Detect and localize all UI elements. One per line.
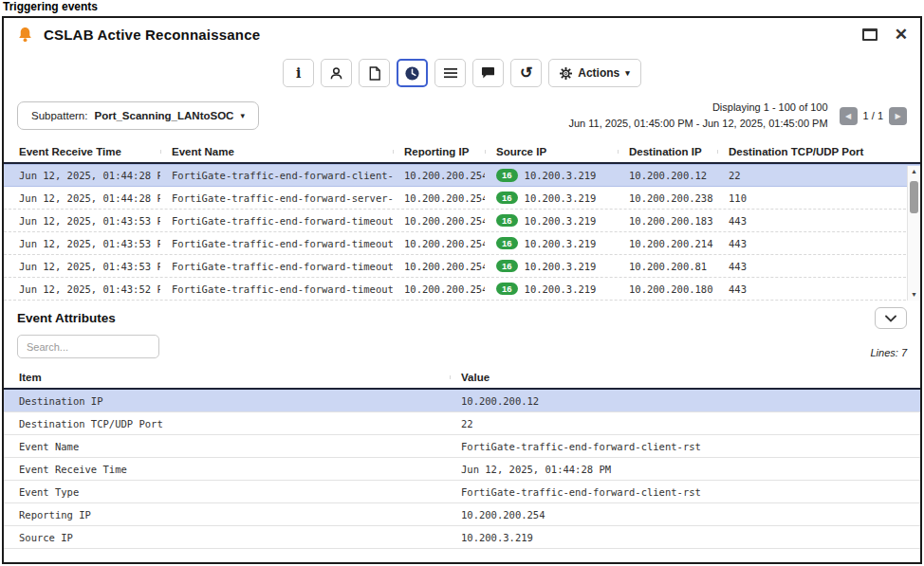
event-time: Jun 12, 2025, 01:43:53 PM bbox=[4, 238, 160, 249]
count-badge[interactable]: 16 bbox=[496, 237, 518, 249]
list-icon[interactable] bbox=[434, 59, 466, 87]
scrollbar-thumb[interactable] bbox=[910, 181, 918, 213]
page-title: Triggering events bbox=[3, 0, 98, 13]
event-row[interactable]: Jun 12, 2025, 01:44:28 PM FortiGate-traf… bbox=[4, 164, 920, 187]
column-header[interactable]: Event Receive Time bbox=[4, 146, 160, 157]
attribute-value: FortiGate-traffic-end-forward-client-rst bbox=[450, 486, 920, 498]
count-badge[interactable]: 16 bbox=[496, 192, 518, 204]
attributes-table: Item Value Destination IP 10.200.200.12 … bbox=[4, 366, 920, 549]
chat-icon[interactable] bbox=[472, 59, 504, 87]
attribute-row[interactable]: Event Receive Time Jun 12, 2025, 01:44:2… bbox=[4, 458, 920, 481]
source-ip: 10.200.3.219 bbox=[525, 215, 597, 227]
scroll-down-icon[interactable]: ▼ bbox=[911, 289, 917, 301]
event-row[interactable]: Jun 12, 2025, 01:43:53 PM FortiGate-traf… bbox=[4, 210, 920, 232]
source-ip: 10.200.3.219 bbox=[525, 238, 597, 249]
attribute-row[interactable]: Source IP 10.200.3.219 bbox=[4, 526, 920, 549]
attribute-row[interactable]: Event Name FortiGate-traffic-end-forward… bbox=[4, 435, 920, 458]
alert-bell-icon bbox=[16, 26, 34, 44]
attribute-item: Reporting IP bbox=[4, 509, 450, 520]
destination-port: 110 bbox=[717, 192, 906, 204]
event-row[interactable]: Jun 12, 2025, 01:44:28 PM FortiGate-traf… bbox=[4, 187, 920, 210]
destination-ip: 10.200.200.214 bbox=[618, 238, 717, 249]
actions-label: Actions bbox=[578, 66, 619, 80]
event-row[interactable]: Jun 12, 2025, 01:43:52 PM FortiGate-traf… bbox=[4, 278, 920, 301]
event-name: FortiGate-traffic-end-forward-client-rst bbox=[160, 170, 393, 181]
column-header[interactable]: Item bbox=[4, 372, 450, 383]
destination-ip: 10.200.200.180 bbox=[618, 283, 717, 295]
reporting-ip: 10.200.200.254 bbox=[393, 238, 485, 249]
column-header[interactable]: Destination IP bbox=[618, 146, 717, 157]
chevron-down-icon: ▾ bbox=[625, 68, 630, 78]
attribute-value: FortiGate-traffic-end-forward-client-rst bbox=[450, 441, 920, 452]
count-badge[interactable]: 16 bbox=[496, 260, 518, 272]
event-row[interactable]: Jun 12, 2025, 01:43:53 PM FortiGate-traf… bbox=[4, 232, 920, 255]
source-ip-cell: 1610.200.3.219 bbox=[485, 169, 618, 181]
window-titlebar: CSLAB Active Reconnaissance ✕ bbox=[4, 18, 920, 50]
subpattern-value: Port_Scanning_LANtoSOC bbox=[94, 110, 233, 121]
reporting-ip: 10.200.200.254 bbox=[393, 170, 485, 181]
source-ip: 10.200.3.219 bbox=[525, 261, 597, 272]
event-time: Jun 12, 2025, 01:43:52 PM bbox=[4, 283, 160, 295]
attribute-value: Jun 12, 2025, 01:44:28 PM bbox=[450, 464, 920, 475]
window-title: CSLAB Active Reconnaissance bbox=[44, 27, 260, 43]
column-header[interactable]: Event Name bbox=[160, 146, 393, 157]
attributes-header: Event Attributes bbox=[4, 301, 920, 331]
lines-count: Lines: 7 bbox=[870, 347, 907, 358]
search-input[interactable] bbox=[17, 335, 159, 358]
attribute-row[interactable]: Event Type FortiGate-traffic-end-forward… bbox=[4, 481, 920, 503]
reporting-ip: 10.200.200.254 bbox=[393, 261, 485, 272]
attribute-row[interactable]: Destination TCP/UDP Port 22 bbox=[4, 412, 920, 435]
attribute-item: Event Name bbox=[4, 441, 450, 452]
destination-ip: 10.200.200.12 bbox=[618, 170, 717, 181]
source-ip-cell: 1610.200.3.219 bbox=[485, 192, 618, 204]
column-header[interactable]: Value bbox=[450, 372, 920, 383]
attributes-table-header: Item Value bbox=[4, 366, 920, 390]
source-ip: 10.200.3.219 bbox=[525, 283, 597, 295]
filter-row: Subpattern: Port_Scanning_LANtoSOC ▾ Dis… bbox=[4, 92, 920, 140]
prev-page-button[interactable]: ◀ bbox=[840, 107, 858, 125]
clock-icon[interactable] bbox=[397, 59, 428, 87]
column-header[interactable]: Reporting IP bbox=[393, 146, 485, 157]
attribute-row[interactable]: Destination IP 10.200.200.12 bbox=[4, 390, 920, 412]
page-indicator: 1 / 1 bbox=[863, 110, 883, 121]
close-icon[interactable]: ✕ bbox=[895, 27, 908, 43]
document-icon[interactable] bbox=[359, 59, 390, 87]
gear-icon bbox=[560, 67, 572, 80]
events-scrollbar[interactable]: ▲ ▼ bbox=[907, 166, 920, 301]
event-name: FortiGate-traffic-end-forward-timeout bbox=[160, 261, 393, 272]
info-icon[interactable]: i bbox=[283, 59, 314, 87]
history-icon[interactable]: ↺ bbox=[510, 59, 542, 87]
destination-port: 443 bbox=[717, 215, 906, 227]
collapse-button[interactable] bbox=[875, 307, 907, 329]
attribute-row[interactable]: Reporting IP 10.200.200.254 bbox=[4, 503, 920, 526]
event-row[interactable]: Jun 12, 2025, 01:43:53 PM FortiGate-traf… bbox=[4, 255, 920, 278]
destination-port: 443 bbox=[717, 283, 906, 295]
count-badge[interactable]: 16 bbox=[496, 283, 518, 295]
destination-ip: 10.200.200.183 bbox=[618, 215, 717, 227]
count-badge[interactable]: 16 bbox=[496, 214, 518, 227]
reporting-ip: 10.200.200.254 bbox=[393, 192, 485, 204]
count-badge[interactable]: 16 bbox=[496, 169, 518, 181]
event-details-window: CSLAB Active Reconnaissance ✕ i ↺ bbox=[2, 16, 922, 564]
scroll-up-icon[interactable]: ▲ bbox=[911, 166, 917, 177]
column-header[interactable]: Source IP bbox=[485, 146, 618, 157]
user-icon[interactable] bbox=[321, 59, 352, 87]
source-ip: 10.200.3.219 bbox=[525, 170, 597, 181]
next-page-button[interactable]: ▶ bbox=[889, 107, 907, 125]
reporting-ip: 10.200.200.254 bbox=[393, 215, 485, 227]
result-meta: Displaying 1 - 100 of 100 Jun 11, 2025, … bbox=[568, 100, 827, 132]
attributes-title: Event Attributes bbox=[17, 311, 116, 325]
event-toolbar: i ↺ Actions ▾ bbox=[4, 50, 920, 92]
source-ip: 10.200.3.219 bbox=[525, 192, 597, 204]
source-ip-cell: 1610.200.3.219 bbox=[485, 260, 618, 272]
events-table-header: Event Receive Time Event Name Reporting … bbox=[4, 140, 920, 164]
pager: ◀ 1 / 1 ▶ bbox=[840, 107, 907, 125]
event-name: FortiGate-traffic-end-forward-timeout bbox=[160, 238, 393, 249]
attribute-value: 10.200.3.219 bbox=[450, 532, 920, 543]
column-header[interactable]: Destination TCP/UDP Port bbox=[717, 146, 906, 157]
attribute-item: Event Type bbox=[4, 486, 450, 498]
subpattern-dropdown[interactable]: Subpattern: Port_Scanning_LANtoSOC ▾ bbox=[17, 101, 259, 130]
event-time: Jun 12, 2025, 01:43:53 PM bbox=[4, 215, 160, 227]
actions-button[interactable]: Actions ▾ bbox=[548, 59, 641, 87]
maximize-icon[interactable] bbox=[862, 28, 878, 41]
